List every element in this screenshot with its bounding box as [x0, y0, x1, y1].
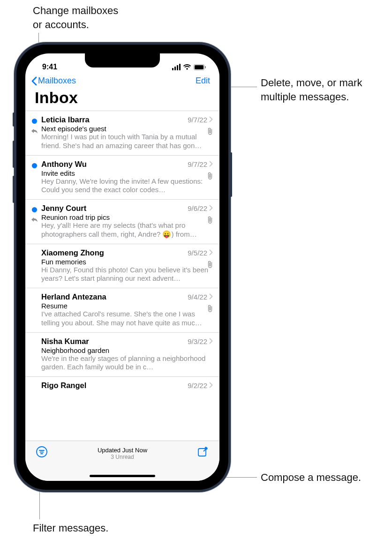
sender: Xiaomeng Zhong	[41, 248, 104, 257]
chevron-right-icon	[209, 249, 213, 257]
sender: Herland Antezana	[41, 292, 106, 301]
preview: We're in the early stages of planning a …	[41, 354, 213, 372]
message-row[interactable]: Jenny Court9/6/22Reunion road trip picsH…	[25, 200, 219, 244]
edit-button[interactable]: Edit	[196, 76, 210, 86]
date: 9/4/22	[188, 293, 207, 301]
subject: Invite edits	[41, 169, 213, 177]
attachment-icon	[207, 127, 213, 137]
subject: Fun memories	[41, 258, 213, 266]
chevron-right-icon	[209, 293, 213, 301]
subject: Next episode's guest	[41, 125, 213, 133]
chevron-right-icon	[209, 337, 213, 345]
date: 9/2/22	[188, 382, 207, 389]
compose-icon	[197, 446, 209, 458]
sender: Nisha Kumar	[41, 337, 89, 346]
subject: Resume	[41, 302, 213, 310]
home-indicator	[90, 475, 155, 477]
callout-mailboxes: Change mailboxes or accounts.	[33, 4, 118, 31]
unread-dot-icon	[32, 163, 37, 168]
sender: Jenny Court	[41, 204, 86, 213]
phone-frame: 9:41 Mailboxes Edit Inbox	[14, 42, 231, 492]
chevron-right-icon	[209, 160, 213, 168]
screen: 9:41 Mailboxes Edit Inbox	[25, 53, 219, 481]
date: 9/3/22	[188, 337, 207, 345]
message-row[interactable]: Anthony Wu9/7/22Invite editsHey Danny, W…	[25, 156, 219, 200]
message-row[interactable]: Rigo Rangel9/2/22	[25, 377, 219, 391]
preview: Hi Danny, Found this photo! Can you beli…	[41, 266, 213, 284]
subject: Neighborhood garden	[41, 346, 213, 354]
filter-icon	[36, 446, 48, 458]
callout-edit: Delete, move, or mark multiple messages.	[261, 76, 362, 104]
chevron-right-icon	[209, 382, 213, 389]
date: 9/7/22	[188, 116, 207, 124]
svg-rect-2	[205, 66, 206, 68]
unread-dot-icon	[32, 119, 37, 124]
back-label: Mailboxes	[38, 76, 76, 86]
reply-icon	[31, 127, 38, 136]
wifi-icon	[183, 64, 191, 70]
unread-count: 3 Unread	[111, 454, 134, 460]
bottom-toolbar: Updated Just Now 3 Unread	[25, 441, 219, 481]
compose-button[interactable]	[197, 446, 209, 458]
subject: Reunion road trip pics	[41, 213, 213, 221]
message-row[interactable]: Herland Antezana9/4/22ResumeI've attache…	[25, 288, 219, 333]
date: 9/6/22	[188, 204, 207, 212]
updated-label: Updated Just Now	[98, 447, 147, 454]
sender: Leticia Ibarra	[41, 115, 90, 124]
preview: Morning! I was put in touch with Tania b…	[41, 133, 213, 150]
message-row[interactable]: Leticia Ibarra9/7/22Next episode's guest…	[25, 111, 219, 156]
callout-compose: Compose a message.	[261, 471, 361, 485]
date: 9/5/22	[188, 249, 207, 257]
attachment-icon	[207, 216, 213, 225]
reply-icon	[31, 216, 38, 225]
chevron-right-icon	[209, 204, 213, 212]
filter-button[interactable]	[36, 446, 48, 458]
attachment-icon	[207, 261, 213, 270]
sender: Rigo Rangel	[41, 381, 86, 390]
sender: Anthony Wu	[41, 160, 87, 169]
page-title: Inbox	[25, 88, 219, 111]
message-row[interactable]: Nisha Kumar9/3/22Neighborhood gardenWe'r…	[25, 333, 219, 377]
callout-filter: Filter messages.	[33, 521, 108, 535]
preview: Hey, y'all! Here are my selects (that's …	[41, 221, 213, 239]
date: 9/7/22	[188, 160, 207, 168]
unread-dot-icon	[32, 207, 37, 212]
chevron-right-icon	[209, 116, 213, 124]
battery-icon	[194, 64, 206, 70]
message-row[interactable]: Xiaomeng Zhong9/5/22Fun memoriesHi Danny…	[25, 244, 219, 289]
preview: I've attached Carol's resume. She's the …	[41, 310, 213, 328]
status-time: 9:41	[42, 63, 57, 71]
preview: Hey Danny, We're loving the invite! A fe…	[41, 177, 213, 195]
attachment-icon	[207, 305, 213, 314]
svg-rect-1	[195, 65, 204, 69]
mailboxes-back-button[interactable]: Mailboxes	[31, 76, 76, 86]
cellular-icon	[172, 64, 181, 70]
notch	[85, 53, 160, 67]
chevron-left-icon	[31, 76, 37, 86]
attachment-icon	[207, 172, 213, 181]
toolbar-status: Updated Just Now 3 Unread	[98, 447, 147, 460]
message-list[interactable]: Leticia Ibarra9/7/22Next episode's guest…	[25, 111, 219, 391]
